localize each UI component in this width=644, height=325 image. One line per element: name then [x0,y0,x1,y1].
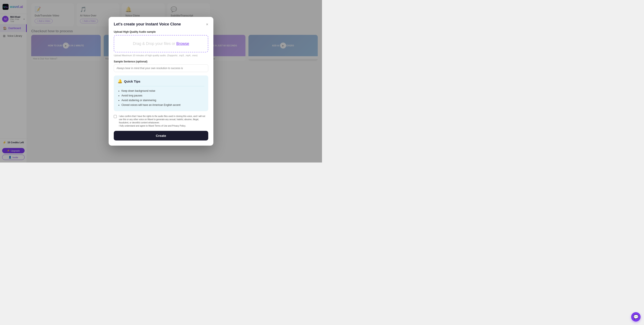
tip-3: Avoid stuttering or stammering [122,98,204,102]
tips-list: Keep down background noise Avoid long pa… [118,89,204,107]
upload-drag-text: Drag & Drop your files or Browse [133,42,189,46]
tip-4: Cloned voices will have an American Engl… [122,103,204,107]
tip-1: Keep down background noise [122,89,204,93]
browse-link[interactable]: Browse [176,42,189,46]
modal-overlay[interactable]: Let's create your Instant Voice Clone × … [0,0,322,162]
upload-hint: Upload Maximum 10 minutes of high qualit… [114,54,208,57]
bell-icon: 🔔 [118,79,122,84]
modal-close-button[interactable]: × [206,22,208,26]
create-button[interactable]: Create [114,131,208,140]
consent-text: I also confirm that I have the rights to… [119,114,208,128]
quick-tips-title: Quick Tips [124,80,140,83]
drag-drop-text: Drag & Drop your files or [133,42,175,46]
consent-main-text: I also confirm that I have the rights to… [119,115,205,124]
tip-2: Avoid long pauses [122,94,204,98]
terms-text: I fully understand and agree to Wavel Te… [119,125,186,127]
modal-header: Let's create your Instant Voice Clone × [114,22,208,26]
sample-sentence-input[interactable] [114,64,208,72]
consent-section: I also confirm that I have the rights to… [114,114,208,128]
upload-label: Upload High Quality Audio sample [114,30,208,33]
modal-title: Let's create your Instant Voice Clone [114,22,181,26]
upload-area[interactable]: Drag & Drop your files or Browse [114,35,208,52]
consent-checkbox[interactable] [114,115,117,118]
quick-tips-section: 🔔 Quick Tips Keep down background noise … [114,76,208,111]
quick-tips-header: 🔔 Quick Tips [118,79,204,84]
sample-sentence-label: Sample Sentence (optional) [114,60,208,63]
tips-divider [118,86,204,86]
voice-clone-modal: Let's create your Instant Voice Clone × … [108,17,214,146]
